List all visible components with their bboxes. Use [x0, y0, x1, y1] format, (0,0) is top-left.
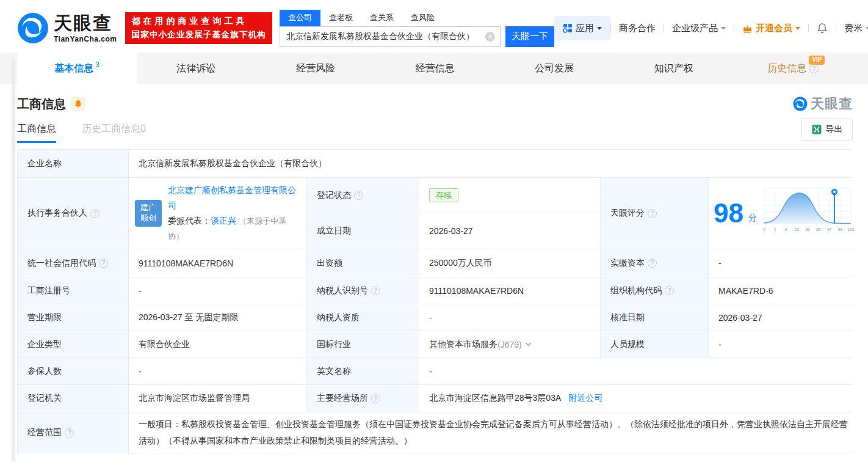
export-label: 导出: [826, 124, 843, 135]
value-text: -: [429, 313, 432, 323]
label-text: 企业名称: [27, 158, 62, 169]
menu-user[interactable]: 费米: [836, 23, 868, 34]
label-text: 人员规模: [610, 339, 645, 350]
notifications-bell[interactable]: [809, 23, 836, 34]
field-label-insured-count: 参保人数: [18, 358, 128, 384]
menu-open-vip[interactable]: 开通会员: [734, 23, 808, 34]
top-bar: 天眼查 TianYanCha.com 都在用的商业查询工具 国家中小企业发展子基…: [0, 0, 868, 53]
tianyancha-logo-icon: [793, 97, 808, 111]
value-text: -: [139, 286, 142, 296]
search-tab-company[interactable]: 查公司: [280, 10, 320, 26]
tab-operation-risk[interactable]: 经营风险: [256, 53, 375, 84]
field-value-tyc-score[interactable]: 98 分 0: [709, 178, 859, 249]
value-text: 北京市海淀区市场监督管理局: [139, 393, 250, 404]
clear-icon[interactable]: ✕: [485, 32, 495, 42]
value-text: 2026-03-27 至 无固定期限: [139, 312, 238, 323]
tianyancha-logo[interactable]: 天眼查 TianYanCha.com: [17, 12, 117, 44]
label-text: 英文名称: [317, 366, 351, 377]
chevron-down-icon: [795, 27, 800, 32]
business-info-table: 企业名称 北京信新发展私募股权基金合伙企业（有限合伙） 执行事务合伙人 ? 建广…: [17, 149, 853, 453]
apps-grid-icon: [563, 23, 573, 33]
help-icon[interactable]: ?: [648, 209, 657, 218]
field-value-reg-status: 存续: [419, 178, 600, 213]
menu-cooperation-label: 商务合作: [619, 23, 656, 34]
help-icon[interactable]: ?: [371, 394, 380, 403]
chevron-down-icon[interactable]: [525, 342, 532, 346]
avatar-text: 建广: [140, 203, 156, 213]
field-label-credit-code: 统一社会信用代码 ?: [18, 249, 128, 277]
help-icon[interactable]: ?: [90, 209, 99, 218]
field-label-company-type: 企业类型: [18, 331, 128, 357]
field-label-taxpayer-quality: 纳税人资质: [307, 304, 419, 331]
company-nav-tabs: 基本信息 3 法律诉讼 经营风险 经营信息 公司发展 知识产权 历史信息 ? V…: [0, 53, 868, 84]
field-label-contribution: 出资额: [307, 249, 419, 277]
label-text: 企业类型: [27, 339, 62, 350]
monitor-bell-button[interactable]: [71, 97, 85, 111]
label-text: 核准日期: [610, 312, 645, 323]
menu-cooperation[interactable]: 商务合作: [611, 23, 664, 34]
search-tab-relation[interactable]: 查关系: [361, 10, 402, 26]
field-value-business-address: 北京市海淀区信息路甲28号3层03A 附近公司: [419, 385, 859, 412]
value-text: -: [429, 367, 432, 376]
field-value-executive-partner: 建广 顺创 北京建广顺创私募基金管理有限公司 委派代表：谈正兴 （来源于中基协）: [129, 178, 306, 249]
industry-code: (J679): [497, 340, 522, 350]
label-text: 执行事务合伙人: [27, 208, 87, 219]
export-button[interactable]: 导出: [801, 119, 853, 141]
tab-history-info-label: 历史信息: [767, 62, 806, 75]
tab-operation-info[interactable]: 经营信息: [375, 53, 495, 84]
help-icon[interactable]: ?: [648, 258, 657, 268]
help-icon[interactable]: ?: [99, 258, 108, 268]
menu-enterprise[interactable]: 企业级产品: [664, 23, 734, 34]
field-value-taxpayer-quality: -: [419, 304, 600, 331]
field-label-taxpayer-id: 纳税人识别号 ?: [307, 277, 419, 304]
subtab-history-business-info[interactable]: 历史工商信息0: [82, 123, 146, 143]
tab-history-info[interactable]: 历史信息 ? VIP: [733, 53, 853, 84]
value-text: 北京市海淀区信息路甲28号3层03A: [429, 393, 561, 404]
svg-text:100: 100: [848, 227, 855, 232]
subtab-business-info[interactable]: 工商信息: [17, 123, 56, 143]
tab-legal-proceedings-label: 法律诉讼: [176, 62, 215, 75]
partner-company-link[interactable]: 北京建广顺创私募基金管理有限公司: [168, 185, 296, 210]
field-label-reg-authority: 登记机关: [18, 385, 128, 412]
help-icon[interactable]: ?: [65, 428, 74, 438]
help-icon[interactable]: ?: [354, 191, 363, 200]
excel-icon: [812, 125, 822, 134]
field-value-company-type: 有限合伙企业: [129, 331, 306, 357]
search-button[interactable]: 天眼一下: [505, 26, 554, 47]
value-text: 2026-03-27: [429, 226, 473, 236]
field-value-insured-count: -: [129, 358, 306, 384]
menu-apps[interactable]: 应用: [554, 16, 610, 40]
field-value-org-code: MAKAE7RD-6: [709, 277, 859, 304]
field-value-reg-number: -: [129, 277, 306, 304]
tab-basic-info[interactable]: 基本信息 3: [17, 53, 137, 84]
chevron-down-icon: [866, 27, 868, 32]
label-text: 经营范围: [27, 427, 62, 438]
field-value-staff-size: -: [709, 331, 859, 357]
value-text: -: [718, 340, 722, 350]
search-tab-risk[interactable]: 查风险: [402, 10, 443, 26]
nearby-companies-link[interactable]: 附近公司: [568, 393, 602, 404]
field-value-credit-code: 91110108MAKAE7RD6N: [129, 249, 306, 277]
search-tab-boss[interactable]: 查老板: [320, 10, 361, 26]
field-label-org-code: 组织机构代码 ?: [601, 277, 708, 304]
field-value-business-term: 2026-03-27 至 无固定期限: [129, 304, 306, 331]
field-label-establish-date: 成立日期: [307, 213, 419, 249]
field-label-business-scope: 经营范围 ?: [18, 412, 128, 453]
help-icon[interactable]: ?: [665, 286, 674, 295]
field-label-business-address: 主要经营场所 ?: [307, 385, 419, 412]
label-text: 纳税人资质: [317, 312, 360, 323]
search-input[interactable]: [280, 26, 501, 47]
field-value-industry: 其他资本市场服务(J679): [419, 331, 600, 357]
tab-intellectual-property[interactable]: 知识产权: [614, 53, 734, 84]
value-text: 一般项目：私募股权投资基金管理、创业投资基金管理服务（须在中国证券投资基金业协会…: [139, 416, 850, 449]
tab-legal-proceedings[interactable]: 法律诉讼: [137, 53, 256, 84]
partner-avatar[interactable]: 建广 顺创: [135, 200, 162, 227]
tab-company-development[interactable]: 公司发展: [494, 53, 614, 84]
rep-name-link[interactable]: 谈正兴: [211, 216, 236, 225]
help-icon[interactable]: ?: [371, 286, 380, 295]
label-text: 统一社会信用代码: [27, 258, 96, 269]
tab-operation-risk-label: 经营风险: [296, 62, 335, 75]
menu-user-label: 费米: [844, 23, 863, 34]
value-text: 250000万人民币: [429, 258, 492, 269]
label-text: 国标行业: [317, 339, 351, 350]
